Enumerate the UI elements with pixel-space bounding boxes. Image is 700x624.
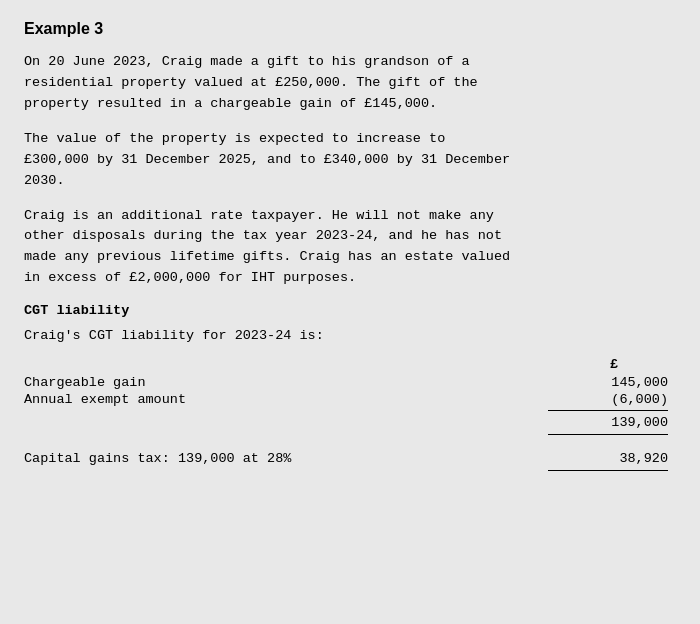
final-underline-row [24, 470, 676, 471]
paragraph-1: On 20 June 2023, Craig made a gift to hi… [24, 52, 676, 115]
page-container: Example 3 On 20 June 2023, Craig made a … [0, 0, 700, 624]
capital-gains-value: 38,920 [556, 451, 676, 466]
example-title: Example 3 [24, 20, 676, 38]
final-underline-line [548, 470, 668, 471]
cgt-table: £ Chargeable gain 145,000 Annual exempt … [24, 357, 676, 471]
chargeable-gain-value: 145,000 [556, 375, 676, 390]
underline-separator [24, 410, 676, 411]
total-row: 139,000 [24, 413, 676, 432]
table-row: Chargeable gain 145,000 [24, 374, 676, 391]
col-header-pounds: £ [554, 357, 674, 372]
double-underline-line [548, 434, 668, 437]
cgt-intro: Craig's CGT liability for 2023-24 is: [24, 328, 676, 343]
table-row: Annual exempt amount (6,000) [24, 391, 676, 408]
underline-line [548, 410, 668, 411]
capital-gains-label: Capital gains tax: 139,000 at 28% [24, 451, 556, 466]
total-value: 139,000 [556, 415, 676, 430]
annual-exempt-value: (6,000) [556, 392, 676, 407]
chargeable-gain-label: Chargeable gain [24, 375, 556, 390]
annual-exempt-label: Annual exempt amount [24, 392, 556, 407]
section-title: CGT liability [24, 303, 676, 318]
spacer [24, 437, 676, 447]
paragraph-3: Craig is an additional rate taxpayer. He… [24, 206, 676, 290]
paragraph-2: The value of the property is expected to… [24, 129, 676, 192]
table-header-row: £ [24, 357, 676, 372]
capital-gains-row: Capital gains tax: 139,000 at 28% 38,920 [24, 447, 676, 468]
